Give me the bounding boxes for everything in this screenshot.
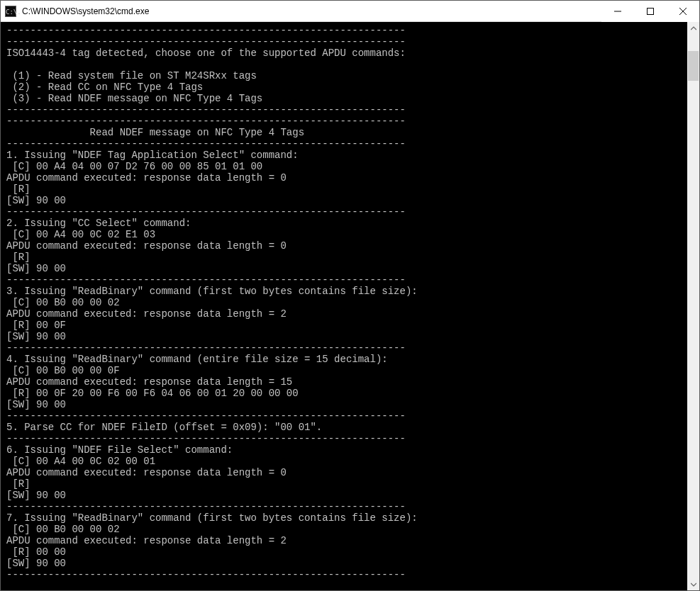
minimize-button[interactable] (601, 1, 634, 22)
divider-line: ----------------------------------------… (6, 206, 406, 218)
divider-line: ----------------------------------------… (6, 274, 406, 286)
step2-command: [C] 00 A4 00 0C 02 E1 03 (6, 229, 155, 240)
step7-sw: [SW] 90 00 (6, 558, 66, 569)
step7-heading: 7. Issuing "ReadBinary" command (first t… (6, 512, 418, 524)
scroll-thumb[interactable] (688, 51, 699, 81)
window-title: C:\WINDOWS\system32\cmd.exe (21, 6, 601, 16)
divider-line: ----------------------------------------… (6, 569, 406, 580)
scroll-down-button[interactable] (687, 578, 699, 590)
step1-command: [C] 00 A4 04 00 07 D2 76 00 00 85 01 01 … (6, 161, 262, 172)
scroll-track[interactable] (687, 34, 699, 578)
terminal-viewport[interactable]: ----------------------------------------… (1, 22, 687, 590)
minimize-icon (614, 8, 621, 15)
step7-exec: APDU command executed: response data len… (6, 535, 287, 546)
client-area: ----------------------------------------… (1, 22, 699, 590)
menu-option-1: (1) - Read system file on ST M24SRxx tag… (6, 70, 257, 81)
divider-line: ----------------------------------------… (6, 501, 406, 512)
step1-sw: [SW] 90 00 (6, 195, 66, 206)
divider-line: ----------------------------------------… (6, 116, 406, 127)
section-title-ndef: Read NDEF message on NFC Type 4 Tags (6, 127, 304, 138)
divider-line: ----------------------------------------… (6, 410, 406, 422)
maximize-icon (647, 8, 654, 15)
maximize-button[interactable] (634, 1, 667, 22)
cmd-icon: C:\. (5, 6, 16, 17)
step6-response: [R] (6, 478, 30, 490)
step7-command: [C] 00 B0 00 00 02 (6, 524, 120, 535)
chevron-down-icon (691, 582, 696, 587)
divider-line: ----------------------------------------… (6, 433, 406, 444)
step4-exec: APDU command executed: response data len… (6, 376, 292, 388)
step1-exec: APDU command executed: response data len… (6, 172, 287, 184)
app-icon-slot: C:\. (1, 1, 21, 22)
step1-response: [R] (6, 184, 30, 195)
divider-line: ----------------------------------------… (6, 104, 406, 116)
scroll-up-button[interactable] (687, 22, 699, 34)
header-detected: ISO14443-4 tag detected, choose one of t… (6, 47, 406, 59)
divider-line: ----------------------------------------… (6, 36, 406, 47)
divider-line: ----------------------------------------… (6, 25, 406, 36)
vertical-scrollbar[interactable] (687, 22, 699, 590)
step2-response: [R] (6, 252, 30, 263)
close-icon (679, 8, 687, 15)
terminal-output: ----------------------------------------… (1, 22, 687, 590)
step4-sw: [SW] 90 00 (6, 399, 66, 410)
step1-heading: 1. Issuing "NDEF Tag Application Select"… (6, 150, 299, 161)
step2-heading: 2. Issuing "CC Select" command: (6, 218, 191, 229)
menu-option-2: (2) - Read CC on NFC Type 4 Tags (6, 81, 203, 93)
step3-response: [R] 00 0F (6, 320, 66, 331)
step2-exec: APDU command executed: response data len… (6, 240, 287, 252)
divider-line: ----------------------------------------… (6, 342, 406, 354)
chevron-up-icon (691, 26, 696, 31)
step2-sw: [SW] 90 00 (6, 263, 66, 274)
step3-sw: [SW] 90 00 (6, 331, 66, 342)
step6-sw: [SW] 90 00 (6, 490, 66, 501)
step4-response: [R] 00 0F 20 00 F6 00 F6 04 06 00 01 20 … (6, 388, 299, 399)
window-controls (601, 1, 699, 22)
step4-heading: 4. Issuing "ReadBinary" command (entire … (6, 354, 388, 365)
step3-exec: APDU command executed: response data len… (6, 308, 287, 320)
titlebar[interactable]: C:\. C:\WINDOWS\system32\cmd.exe (1, 1, 699, 22)
step6-exec: APDU command executed: response data len… (6, 467, 287, 478)
close-button[interactable] (667, 1, 699, 22)
cmd-window: C:\. C:\WINDOWS\system32\cmd.exe -------… (0, 0, 700, 591)
step7-response: [R] 00 00 (6, 546, 66, 558)
step6-heading: 6. Issuing "NDEF File Select" command: (6, 444, 233, 456)
step5-heading: 5. Parse CC for NDEF FileID (offset = 0x… (6, 422, 322, 433)
menu-option-3: (3) - Read NDEF message on NFC Type 4 Ta… (6, 93, 262, 104)
step4-command: [C] 00 B0 00 00 0F (6, 365, 120, 376)
svg-rect-0 (648, 8, 654, 14)
step3-heading: 3. Issuing "ReadBinary" command (first t… (6, 286, 418, 297)
step3-command: [C] 00 B0 00 00 02 (6, 297, 120, 308)
divider-line: ----------------------------------------… (6, 138, 406, 150)
step6-command: [C] 00 A4 00 0C 02 00 01 (6, 456, 155, 467)
